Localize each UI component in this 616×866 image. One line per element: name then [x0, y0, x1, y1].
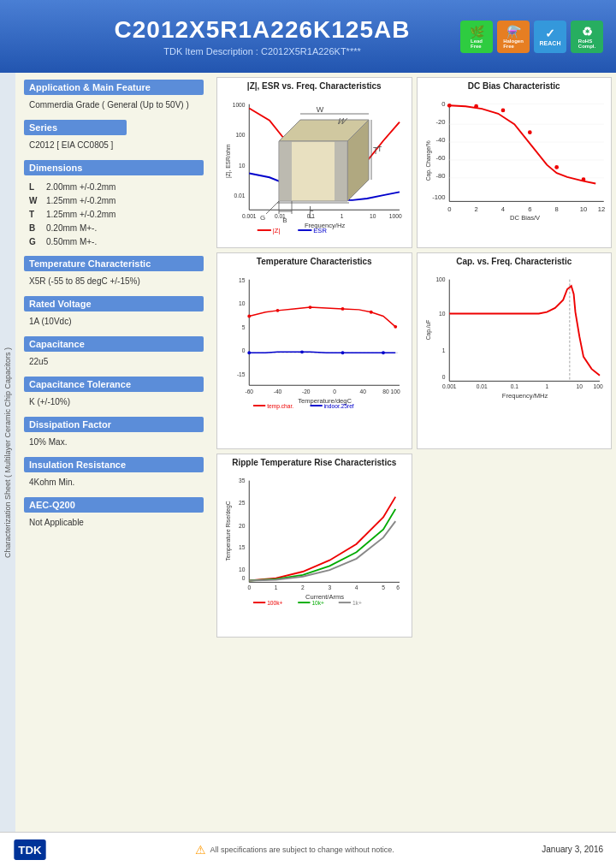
product-subtitle: TDK Item Description : C2012X5R1A226KT**… [64, 46, 460, 56]
application-content: Commerdia Grade ( General (Up to 50V) ) [24, 98, 204, 115]
temperature-chart: Temperature Characteristics 15 10 5 0 -1… [216, 252, 412, 449]
svg-text:1: 1 [545, 383, 548, 389]
svg-rect-3 [279, 141, 292, 201]
svg-text:100k+: 100k+ [267, 600, 282, 606]
svg-text:10: 10 [239, 300, 246, 306]
svg-rect-4 [335, 141, 347, 201]
aec-content: Not Applicable [24, 516, 204, 532]
left-panel: Application & Main Feature Commerdia Gra… [15, 73, 212, 832]
svg-point-82 [276, 309, 280, 312]
svg-text:0: 0 [333, 389, 336, 394]
svg-text:10: 10 [439, 311, 446, 317]
tdk-logo-icon: TDK [13, 837, 47, 863]
svg-text:1: 1 [275, 584, 278, 590]
warning-icon: ⚠ [195, 843, 206, 857]
svg-text:2: 2 [301, 584, 305, 590]
dim-G: G0.50mm M+-. [29, 235, 198, 249]
dc-bias-svg: 0 -20 -40 -60 -80 -100 0 2 4 6 8 10 12 D… [421, 92, 608, 225]
svg-text:1k+: 1k+ [352, 600, 362, 606]
application-section: Application & Main Feature Commerdia Gra… [24, 80, 204, 115]
temp-char-section: Temperature Characteristic X5R (-55 to 8… [24, 256, 204, 291]
temp-char-content: X5R (-55 to 85 degC +/-15%) [24, 275, 204, 291]
svg-text:Temperature Rise/degC: Temperature Rise/degC [225, 501, 232, 561]
svg-text:100: 100 [593, 383, 602, 389]
dim-T: T1.25mm +/-0.2mm [29, 208, 198, 222]
svg-text:-60: -60 [245, 389, 253, 394]
product-image-svg: W T L W T L B G [245, 90, 382, 227]
svg-point-90 [382, 351, 385, 354]
svg-text:6: 6 [396, 584, 400, 590]
svg-text:0: 0 [242, 575, 246, 581]
svg-point-81 [247, 315, 251, 318]
svg-point-47 [581, 177, 585, 181]
series-content: C2012 [ EIA CC0805 ] [24, 139, 204, 155]
svg-text:-40: -40 [435, 136, 445, 144]
reach-label: REACH [540, 40, 561, 46]
svg-point-44 [500, 109, 505, 113]
svg-point-42 [447, 104, 451, 108]
capacitance-content: 22u5 [24, 355, 204, 371]
product-image-area: W T L W T L B G [212, 73, 414, 244]
ripple-title: Ripple Temperature Rise Characteristics [221, 458, 408, 467]
cap-tolerance-content: K (+/-10%) [24, 395, 204, 412]
header-title-block: C2012X5R1A226K125AB TDK Item Description… [64, 16, 460, 56]
svg-text:0: 0 [441, 100, 445, 108]
svg-text:0.1: 0.1 [510, 383, 518, 389]
svg-text:0: 0 [447, 205, 451, 213]
footer-date: January 3, 2016 [542, 845, 603, 854]
svg-text:1: 1 [441, 347, 445, 353]
rohs-badge: ♻ RoHSCompl. [571, 21, 603, 53]
rated-voltage-header: Rated Voltage [24, 296, 204, 311]
dim-B: B0.20mm M+-. [29, 222, 198, 235]
cap-freq-chart: Cap. vs. Freq. Characteristic 100 10 1 0… [417, 252, 613, 449]
svg-text:15: 15 [239, 544, 246, 550]
svg-text:Cap./uF: Cap./uF [425, 320, 432, 341]
svg-text:5: 5 [382, 584, 385, 590]
svg-text:TDK: TDK [18, 843, 42, 856]
svg-text:25: 25 [239, 500, 246, 506]
rated-voltage-content: 1A (10Vdc) [24, 315, 204, 331]
svg-text:0.001: 0.001 [441, 383, 456, 389]
reach-badge: ✓ REACH [534, 21, 566, 53]
svg-text:-20: -20 [435, 118, 445, 126]
footer: TDK ⚠ All specifications are subject to … [0, 832, 616, 866]
svg-text:W: W [317, 105, 324, 114]
dimensions-header: Dimensions [24, 160, 204, 175]
dc-bias-title: DC Bias Characteristic [421, 81, 608, 91]
svg-text:0: 0 [242, 347, 246, 353]
main-content: Application & Main Feature Commerdia Gra… [15, 73, 616, 832]
svg-text:80 100: 80 100 [382, 389, 400, 394]
svg-text:-60: -60 [435, 154, 445, 162]
dissipation-section: Dissipation Factor 10% Max. [24, 417, 204, 452]
svg-point-83 [309, 305, 312, 309]
svg-text:10: 10 [576, 383, 583, 389]
svg-text:10k+: 10k+ [311, 600, 324, 606]
header: C2012X5R1A226K125AB TDK Item Description… [0, 0, 616, 73]
svg-text:0: 0 [247, 584, 251, 590]
svg-text:-20: -20 [302, 389, 311, 394]
svg-text:-100: -100 [432, 193, 445, 201]
svg-point-46 [554, 165, 559, 169]
svg-text:6: 6 [528, 205, 531, 213]
lead-free-badge: 🌿 LeadFree [460, 21, 493, 53]
svg-text:0.01: 0.01 [476, 383, 487, 389]
temperature-title: Temperature Characteristics [221, 257, 408, 266]
cap-tolerance-section: Capacitance Tolerance K (+/-10%) [24, 377, 204, 412]
svg-text:40: 40 [360, 389, 367, 394]
svg-point-85 [370, 311, 373, 314]
svg-text:L: L [309, 205, 313, 213]
capacitance-header: Capacitance [24, 336, 204, 352]
cap-freq-title: Cap. vs. Freq. Characteristic [421, 257, 608, 266]
svg-point-45 [527, 130, 531, 134]
svg-point-86 [394, 325, 397, 329]
aec-section: AEC-Q200 Not Applicable [24, 497, 204, 532]
product-title: C2012X5R1A226K125AB [64, 16, 460, 44]
insulation-section: Insulation Resistance 4Kohm Min. [24, 457, 204, 492]
lead-free-icon: 🌿 [470, 25, 484, 39]
dissipation-header: Dissipation Factor [24, 417, 204, 432]
temp-char-header: Temperature Characteristic [24, 256, 204, 271]
temperature-svg: 15 10 5 0 -15 -60 -40 -20 0 40 80 100 Te… [221, 268, 408, 413]
rated-voltage-section: Rated Voltage 1A (10Vdc) [24, 296, 204, 331]
rohs-icon: ♻ [582, 25, 593, 39]
svg-text:Cap. Change/%: Cap. Change/% [425, 140, 432, 181]
